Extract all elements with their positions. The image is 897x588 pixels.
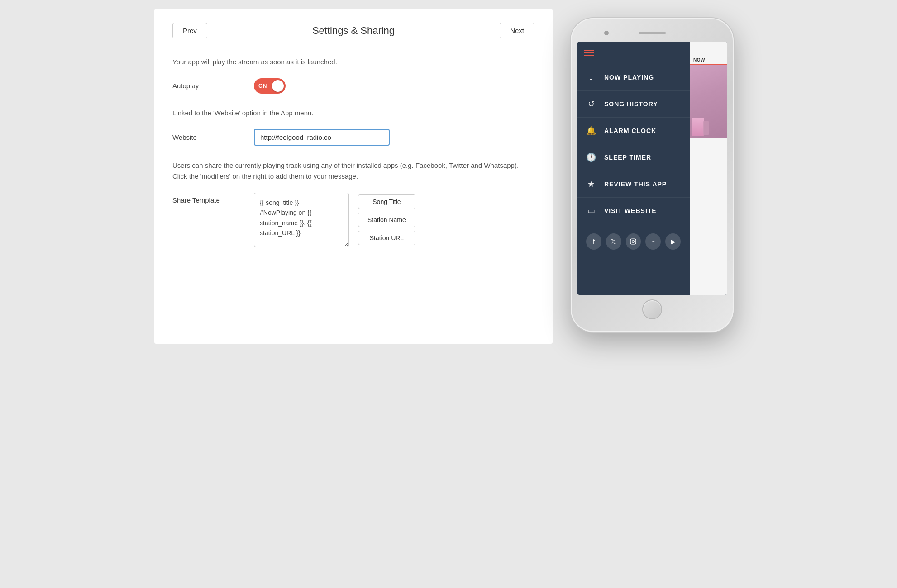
share-description: Users can share the currently playing tr… (172, 160, 534, 182)
review-label: REVIEW THIS APP (604, 180, 667, 188)
prev-button[interactable]: Prev (172, 23, 207, 38)
sleep-timer-icon: 🕐 (586, 152, 596, 162)
autoplay-label: Autoplay (172, 82, 245, 90)
svg-point-1 (632, 241, 635, 243)
home-button-area (577, 295, 727, 324)
autoplay-toggle[interactable]: ON (254, 78, 286, 94)
album-art (690, 65, 727, 138)
toggle-thumb (272, 80, 284, 92)
panel-title: Settings & Sharing (312, 25, 395, 37)
menu-item-now-playing[interactable]: ♩ NOW PLAYING (577, 64, 690, 91)
website-input[interactable] (254, 129, 390, 146)
facebook-btn[interactable]: f (586, 233, 601, 250)
panel-header: Prev Settings & Sharing Next (172, 23, 534, 46)
visit-website-icon: ▭ (586, 206, 596, 216)
svg-rect-0 (631, 239, 636, 244)
soundcloud-btn[interactable] (645, 233, 661, 250)
social-bar: f 𝕏 ▶ (577, 224, 690, 259)
iphone-top (577, 26, 727, 40)
share-template-row: Share Template {{ song_title }} #NowPlay… (172, 193, 534, 247)
youtube-btn[interactable]: ▶ (665, 233, 681, 250)
twitter-btn[interactable]: 𝕏 (606, 233, 621, 250)
modifier-buttons: Song Title Station Name Station URL (358, 193, 415, 245)
camera-icon (604, 31, 609, 35)
menu-header (577, 42, 690, 64)
phone-menu: ♩ NOW PLAYING ↺ SONG HISTORY 🔔 ALARM CLO… (577, 42, 690, 295)
hamburger-line-2 (584, 52, 594, 53)
station-url-modifier[interactable]: Station URL (358, 231, 415, 245)
alarm-clock-label: ALARM CLOCK (604, 127, 656, 134)
phone-right-panel: NOW (690, 42, 727, 295)
now-playing-header-label: NOW (693, 57, 705, 62)
now-playing-header: NOW (690, 42, 727, 64)
album-thumbnail (690, 65, 727, 138)
hamburger-line-1 (584, 50, 594, 51)
hamburger-line-3 (584, 55, 594, 56)
menu-item-alarm-clock[interactable]: 🔔 ALARM CLOCK (577, 118, 690, 144)
phone-container: ♩ NOW PLAYING ↺ SONG HISTORY 🔔 ALARM CLO… (571, 18, 743, 332)
speaker-icon (639, 32, 666, 34)
hamburger-icon[interactable] (584, 50, 594, 56)
alarm-clock-icon: 🔔 (586, 126, 596, 136)
song-history-icon: ↺ (586, 99, 596, 109)
autoplay-toggle-wrapper[interactable]: ON (254, 78, 286, 94)
autoplay-row: Autoplay ON (172, 78, 534, 94)
sleep-timer-label: SLEEP TIMER (604, 154, 651, 161)
website-label: Website (172, 133, 245, 141)
song-history-label: SONG HISTORY (604, 100, 658, 108)
autoplay-description: Your app will play the stream as soon as… (172, 57, 534, 67)
share-template-label: Share Template (172, 193, 245, 204)
svg-point-2 (635, 240, 635, 240)
now-playing-icon: ♩ (586, 72, 596, 82)
instagram-btn[interactable] (626, 233, 641, 250)
review-icon: ★ (586, 179, 596, 189)
share-template-input[interactable]: {{ song_title }} #NowPlaying on {{ stati… (254, 193, 349, 247)
toggle-track: ON (254, 78, 286, 94)
settings-panel: Prev Settings & Sharing Next Your app wi… (154, 9, 553, 344)
next-button[interactable]: Next (500, 23, 534, 38)
website-row: Website (172, 129, 534, 146)
iphone-screen: ♩ NOW PLAYING ↺ SONG HISTORY 🔔 ALARM CLO… (577, 42, 727, 295)
menu-item-song-history[interactable]: ↺ SONG HISTORY (577, 91, 690, 118)
home-button[interactable] (642, 299, 662, 319)
toggle-on-label: ON (258, 83, 267, 89)
station-name-modifier[interactable]: Station Name (358, 213, 415, 227)
iphone-outer: ♩ NOW PLAYING ↺ SONG HISTORY 🔔 ALARM CLO… (571, 18, 734, 332)
now-playing-label: NOW PLAYING (604, 74, 654, 81)
visit-website-label: VISIT WEBSITE (604, 207, 657, 214)
song-title-modifier[interactable]: Song Title (358, 194, 415, 209)
menu-item-review[interactable]: ★ REVIEW THIS APP (577, 171, 690, 198)
menu-item-visit-website[interactable]: ▭ VISIT WEBSITE (577, 198, 690, 224)
website-description: Linked to the 'Website' option in the Ap… (172, 108, 534, 119)
menu-item-sleep-timer[interactable]: 🕐 SLEEP TIMER (577, 144, 690, 171)
